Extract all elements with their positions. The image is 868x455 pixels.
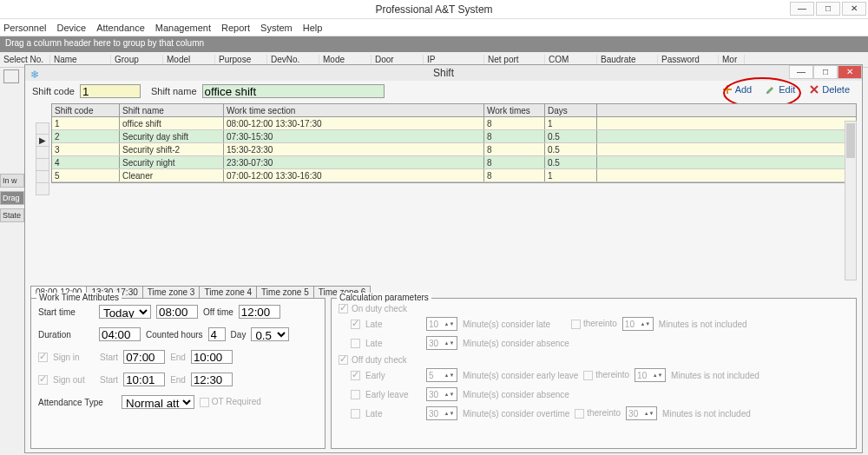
scrollbar-thumb[interactable] (846, 123, 855, 158)
col-more[interactable]: Mor (719, 55, 745, 64)
cell-times: 8 (484, 156, 545, 168)
main-minimize-button[interactable]: — (790, 2, 814, 16)
notincl3-spin[interactable]: 30▲▼ (626, 406, 657, 420)
thereinto1-checkbox[interactable] (571, 320, 581, 329)
tab-tz4[interactable]: Time zone 4 (199, 286, 257, 298)
add-button[interactable]: Add (719, 82, 756, 96)
col-baudrate[interactable]: Baudrate (597, 55, 658, 64)
sign-out-checkbox[interactable] (38, 375, 48, 385)
early-minutes-spin[interactable]: 5▲▼ (426, 368, 457, 382)
col-ip[interactable]: IP (424, 55, 484, 64)
cell-section: 08:00-12:00 13:30-17:30 (224, 117, 484, 129)
col-password[interactable]: Password (658, 55, 719, 64)
sign-in-checkbox[interactable] (38, 353, 48, 362)
counted-hours-input[interactable] (208, 327, 226, 341)
col-door[interactable]: Door (372, 55, 424, 64)
tab-tz5[interactable]: Time zone 5 (256, 286, 314, 298)
thereinto2-checkbox[interactable] (583, 371, 593, 380)
menu-personnel[interactable]: Personnel (3, 23, 47, 33)
menu-help[interactable]: Help (303, 23, 323, 33)
early-label: Early (365, 371, 421, 380)
late2-minutes-spin[interactable]: 30▲▼ (426, 336, 457, 350)
main-close-button[interactable]: ✕ (842, 2, 866, 16)
grid-col-name[interactable]: Shift name (120, 104, 224, 116)
select-all-checkbox[interactable] (3, 69, 19, 83)
menu-report[interactable]: Report (221, 23, 250, 33)
late2-checkbox[interactable] (351, 339, 360, 348)
shift-minimize-button[interactable]: — (789, 65, 813, 79)
shift-name-input[interactable] (202, 84, 385, 98)
cell-name: Cleaner (120, 169, 224, 181)
col-mode[interactable]: Mode (319, 55, 372, 64)
on-duty-checkbox[interactable] (339, 304, 348, 313)
late1-minutes-spin[interactable]: 10▲▼ (426, 317, 457, 331)
shift-code-input[interactable] (80, 84, 141, 98)
shift-toolbar: Shift code Shift name Add Edit Delete (25, 81, 862, 102)
tab-tz3[interactable]: Time zone 3 (142, 286, 201, 298)
early-leave-spin[interactable]: 30▲▼ (426, 387, 457, 401)
start-time-input[interactable] (156, 305, 198, 319)
table-row[interactable]: 2Security day shift07:30-15:3080.5 (52, 130, 856, 143)
col-model[interactable]: Model (163, 55, 215, 64)
col-devno[interactable]: DevNo. (267, 55, 319, 64)
menu-system[interactable]: System (260, 23, 293, 33)
notincl1-spin[interactable]: 10▲▼ (622, 317, 654, 331)
table-row[interactable]: 3Security shift-215:30-23:3080.5 (52, 143, 856, 156)
thereinto3-checkbox[interactable] (575, 409, 584, 419)
col-com[interactable]: COM (545, 55, 597, 64)
sign-in-start-input[interactable] (123, 350, 165, 364)
grid-col-section[interactable]: Work time section (224, 104, 484, 116)
table-row[interactable]: 1office shift08:00-12:00 13:30-17:3081 (52, 117, 856, 130)
grid-col-times[interactable]: Work times (484, 104, 545, 116)
timezone-tabs: 08:00-12:00 13:30-17:30 Time zone 3 Time… (30, 286, 857, 298)
edit-button[interactable]: Edit (762, 82, 799, 96)
notincl2-spin[interactable]: 10▲▼ (635, 368, 666, 382)
col-netport[interactable]: Net port (484, 55, 545, 64)
shift-grid: Shift code Shift name Work time section … (51, 103, 857, 183)
grid-scrollbar[interactable] (845, 121, 857, 280)
sign-in-end-input[interactable] (191, 350, 233, 364)
cell-times: 8 (484, 117, 545, 129)
off-duty-checkbox[interactable] (339, 355, 348, 365)
grid-col-days[interactable]: Days (545, 104, 597, 116)
day-select[interactable]: 0.5 (251, 327, 289, 341)
add-icon (722, 84, 733, 95)
shift-maximize-button[interactable]: □ (813, 65, 838, 79)
attendance-type-select[interactable]: Normal atten (122, 395, 194, 409)
today-select[interactable]: Today (99, 305, 151, 319)
off-time-input[interactable] (239, 305, 280, 319)
cell-days: 0.5 (545, 156, 597, 168)
menu-attendance[interactable]: Attendance (96, 23, 145, 33)
table-row[interactable]: 5Cleaner07:00-12:00 13:30-16:3081 (52, 169, 856, 182)
col-purpose[interactable]: Purpose (215, 55, 267, 64)
group-by-zone[interactable]: Drag a column header here to group by th… (0, 36, 868, 52)
duration-input[interactable] (99, 327, 141, 341)
shift-close-button[interactable]: ✕ (838, 65, 862, 79)
overtime-spin[interactable]: 30▲▼ (426, 406, 457, 420)
ot-required-checkbox[interactable] (200, 398, 209, 407)
late2-desc: Minute(s) consider absence (463, 339, 569, 348)
counted-hours-label: Counted hours (146, 330, 203, 340)
early-leave-checkbox[interactable] (351, 390, 360, 399)
col-group[interactable]: Group (111, 55, 163, 64)
cell-times: 8 (484, 143, 545, 155)
menu-management[interactable]: Management (155, 23, 211, 33)
grid-col-code[interactable]: Shift code (52, 104, 120, 116)
col-name[interactable]: Name (50, 55, 111, 64)
row-indicator-1: ▶ (36, 135, 49, 147)
late1-checkbox[interactable] (351, 320, 360, 329)
table-row[interactable]: 4Security night23:30-07:3080.5 (52, 156, 856, 169)
main-maximize-button[interactable]: □ (816, 2, 840, 16)
cell-section: 07:30-15:30 (224, 130, 484, 142)
late3-checkbox[interactable] (351, 409, 360, 419)
cell-section: 07:00-12:00 13:30-16:30 (224, 169, 484, 181)
cell-code: 4 (52, 156, 120, 168)
sign-out-start-input[interactable] (123, 373, 165, 386)
early-checkbox[interactable] (351, 371, 360, 380)
col-select-no[interactable]: Select No. (0, 55, 50, 64)
sign-out-end-input[interactable] (191, 373, 233, 386)
notincl3-label: Minutes is not included (662, 409, 751, 419)
shift-code-label: Shift code (32, 86, 75, 96)
delete-button[interactable]: Delete (806, 82, 853, 96)
menu-device[interactable]: Device (57, 23, 87, 33)
